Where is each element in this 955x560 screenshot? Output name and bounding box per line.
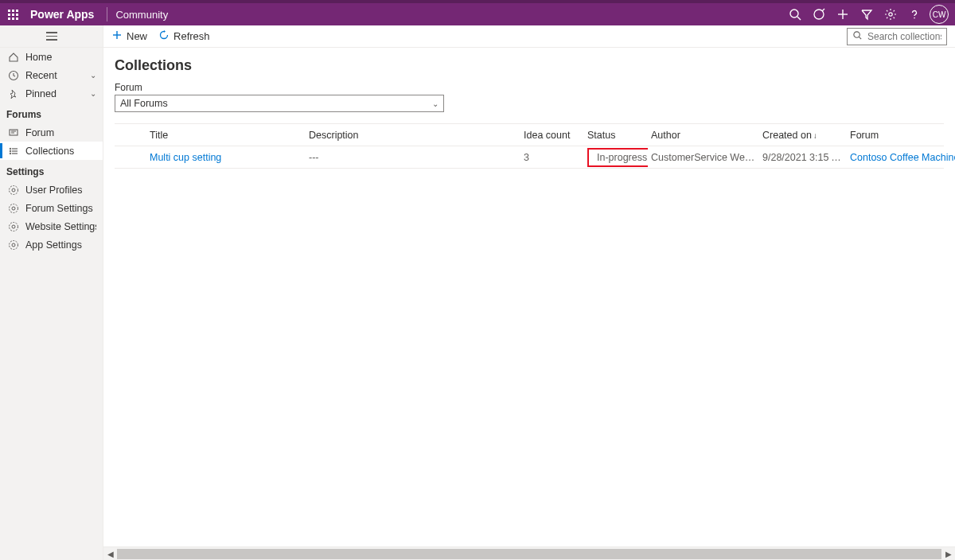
- list-icon: [6, 146, 21, 157]
- svg-point-20: [12, 207, 15, 210]
- row-description: ---: [306, 152, 520, 163]
- svg-point-0: [790, 10, 798, 18]
- home-icon: [6, 52, 21, 63]
- row-idea-count: 3: [520, 152, 584, 163]
- svg-point-23: [10, 222, 18, 231]
- scroll-left-button[interactable]: ◀: [103, 547, 117, 561]
- sidebar-item-label: Forum: [25, 127, 96, 138]
- table-row[interactable]: Multi cup setting --- 3 In-progress Cust…: [115, 146, 944, 169]
- scroll-thumb[interactable]: [117, 549, 941, 559]
- row-created-on: 9/28/2021 3:15 AM: [759, 152, 847, 163]
- col-created-on[interactable]: Created on↓: [759, 130, 847, 141]
- table-header-row: Title Description Idea count Status Auth…: [115, 124, 944, 146]
- forum-field-label: Forum: [115, 82, 944, 93]
- new-button[interactable]: New: [111, 29, 147, 43]
- horizontal-scrollbar[interactable]: ◀ ▶: [103, 546, 955, 560]
- sidebar-item-label: Pinned: [25, 88, 90, 99]
- main: New Refresh Collections Forum All Forums…: [103, 25, 955, 560]
- sidebar-item-user-profiles[interactable]: User Profiles: [0, 181, 103, 199]
- svg-point-16: [10, 150, 11, 152]
- pin-icon: [6, 88, 21, 99]
- target-icon[interactable]: [807, 3, 831, 25]
- chevron-down-icon: ⌄: [90, 71, 96, 80]
- svg-point-6: [889, 13, 892, 16]
- svg-point-17: [10, 153, 11, 154]
- svg-point-25: [10, 240, 18, 249]
- search-icon: [852, 30, 863, 43]
- sidebar-item-label: Home: [25, 52, 96, 63]
- svg-point-28: [854, 31, 860, 37]
- svg-point-24: [12, 243, 15, 247]
- filter-icon[interactable]: [855, 3, 879, 25]
- cmd-label: New: [127, 30, 147, 42]
- sidebar-item-label: Recent: [25, 70, 90, 81]
- sidebar-item-forum-settings[interactable]: Forum Settings: [0, 199, 103, 217]
- app-launcher-icon[interactable]: [0, 3, 25, 25]
- gear-icon: [6, 203, 21, 214]
- col-forum[interactable]: Forum: [847, 130, 955, 141]
- gear-icon: [6, 221, 21, 232]
- sidebar-item-label: Collections: [25, 146, 96, 157]
- col-status[interactable]: Status: [584, 130, 648, 141]
- sidebar-item-website-settings[interactable]: Website Settings: [0, 217, 103, 235]
- breadcrumb[interactable]: Community: [115, 9, 168, 21]
- sidebar-item-forum[interactable]: Forum: [0, 123, 103, 142]
- settings-icon[interactable]: [879, 3, 902, 25]
- svg-point-18: [12, 189, 15, 192]
- brand-label: Power Apps: [25, 8, 99, 21]
- page-title: Collections: [115, 57, 944, 74]
- col-idea-count[interactable]: Idea count: [520, 130, 584, 141]
- svg-point-15: [10, 148, 11, 150]
- search-icon[interactable]: [783, 3, 807, 25]
- row-forum-link[interactable]: Contoso Coffee Machine: [847, 152, 955, 163]
- forum-select-value: All Forums: [120, 98, 168, 109]
- add-icon[interactable]: [831, 3, 855, 25]
- sidebar-item-home[interactable]: Home: [0, 48, 103, 66]
- plus-icon: [111, 29, 123, 43]
- sidebar-item-label: App Settings: [25, 239, 96, 251]
- sidebar-item-label: Website Settings: [25, 221, 96, 232]
- sidebar: Home Recent ⌄ Pinned ⌄ Forums Forum Coll…: [0, 25, 103, 560]
- row-author: CustomerService Web Staging: [648, 152, 759, 163]
- row-title-link[interactable]: Multi cup setting: [146, 152, 306, 163]
- help-icon[interactable]: [902, 3, 926, 25]
- sidebar-item-collections[interactable]: Collections: [0, 142, 103, 160]
- refresh-button[interactable]: Refresh: [158, 29, 210, 43]
- refresh-icon: [158, 29, 170, 43]
- svg-line-1: [797, 17, 801, 20]
- sort-desc-icon: ↓: [812, 131, 817, 140]
- gear-icon: [6, 239, 21, 251]
- collections-table: Title Description Idea count Status Auth…: [115, 123, 944, 169]
- sidebar-item-pinned[interactable]: Pinned ⌄: [0, 84, 103, 103]
- sidebar-item-label: Forum Settings: [25, 203, 96, 214]
- scroll-right-button[interactable]: ▶: [941, 547, 955, 561]
- clock-icon: [6, 70, 21, 81]
- cmd-label: Refresh: [173, 30, 210, 42]
- global-header: Power Apps Community CW: [0, 0, 955, 25]
- search-box[interactable]: [847, 28, 947, 45]
- svg-line-29: [859, 37, 861, 39]
- sidebar-section-forums: Forums: [0, 103, 103, 123]
- chevron-down-icon: ⌄: [90, 89, 96, 98]
- sidebar-toggle[interactable]: [0, 25, 103, 48]
- sidebar-section-settings: Settings: [0, 160, 103, 181]
- svg-point-22: [12, 225, 15, 228]
- sidebar-item-label: User Profiles: [25, 185, 96, 196]
- command-bar: New Refresh: [103, 25, 955, 48]
- sidebar-item-app-settings[interactable]: App Settings: [0, 235, 103, 254]
- row-status: In-progress: [584, 148, 648, 167]
- svg-point-19: [10, 185, 18, 194]
- user-avatar[interactable]: CW: [930, 5, 949, 24]
- col-description[interactable]: Description: [306, 130, 520, 141]
- forum-select[interactable]: All Forums ⌄: [115, 95, 444, 112]
- svg-line-3: [822, 9, 824, 11]
- status-highlight: In-progress: [587, 148, 648, 167]
- col-author[interactable]: Author: [648, 130, 759, 141]
- avatar-initials: CW: [933, 10, 946, 19]
- scroll-track[interactable]: [117, 547, 941, 561]
- search-input[interactable]: [867, 31, 941, 42]
- sidebar-item-recent[interactable]: Recent ⌄: [0, 66, 103, 84]
- chevron-down-icon: ⌄: [432, 99, 439, 108]
- header-divider: [107, 7, 107, 21]
- col-title[interactable]: Title: [146, 130, 306, 141]
